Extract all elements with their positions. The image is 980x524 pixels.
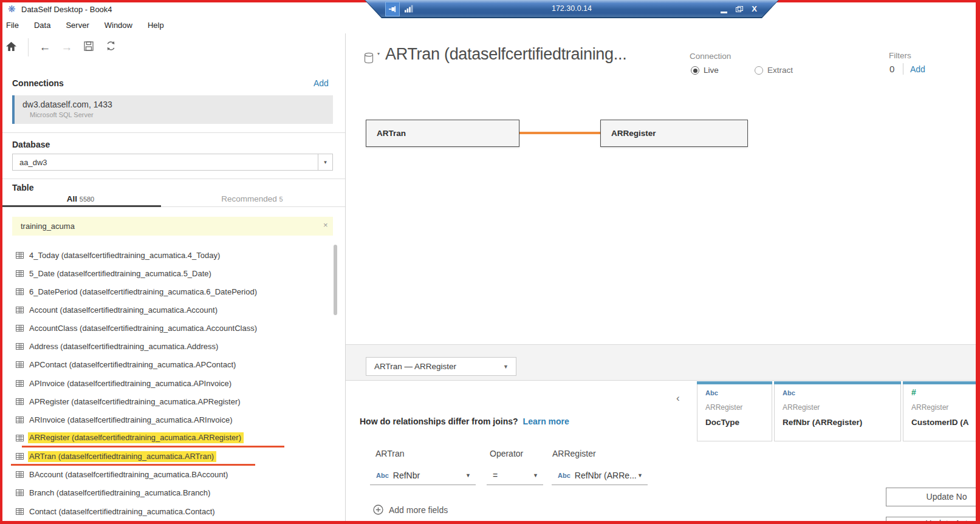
menu-window[interactable]: Window	[105, 21, 132, 30]
table-grid-icon	[16, 252, 24, 259]
refresh-button[interactable]	[100, 36, 122, 59]
add-more-fields-button[interactable]: Add more fields	[373, 505, 448, 515]
chevron-down-icon[interactable]: ▾	[377, 51, 380, 56]
learn-more-link[interactable]: Learn more	[523, 417, 569, 426]
table-list-item[interactable]: AccountClass (dataselfcertifiedtraining_…	[0, 319, 333, 338]
update-now-button[interactable]: Update No	[886, 488, 980, 506]
toolbar-divider	[28, 38, 29, 56]
left-field-select[interactable]: Abc RefNbr ▼	[370, 466, 476, 485]
connection-server: dw3.dataself.com, 1433	[22, 100, 112, 109]
table-list-item[interactable]: ARInvoice (dataselfcertifiedtraining_acu…	[0, 410, 333, 429]
datasource-cylinder-icon[interactable]	[364, 52, 375, 66]
menu-server[interactable]: Server	[66, 21, 89, 30]
database-select[interactable]: aa_dw3 ▾	[12, 154, 333, 171]
rdp-restore-button[interactable]	[736, 6, 743, 12]
table-list-item[interactable]: 6_DatePeriod (dataselfcertifiedtraining_…	[0, 282, 333, 301]
live-radio-label[interactable]: Live	[704, 66, 719, 75]
table-grid-icon	[16, 325, 24, 332]
relationship-select[interactable]: ARTran — ARRegister ▼	[366, 357, 516, 376]
filters-divider	[903, 63, 903, 75]
table-list-item[interactable]: Contact (dataselfcertifiedtraining_acuma…	[0, 502, 333, 520]
field-type-abc-icon: Abc	[705, 389, 718, 396]
table-list: 4_Today (dataselfcertifiedtraining_acuma…	[0, 246, 333, 520]
connection-label: Connection	[690, 52, 731, 61]
relationship-band: ARTran — ARRegister ▼	[346, 344, 980, 381]
back-arrow-icon: ←	[39, 41, 51, 53]
tab-recommended[interactable]: Recommended 5	[161, 194, 343, 206]
relationship-select-value: ARTran — ARRegister	[374, 362, 503, 371]
table-list-item[interactable]: APRegister (dataselfcertifiedtraining_ac…	[0, 392, 333, 410]
grid-column-field: DocType	[705, 418, 769, 427]
home-button[interactable]	[0, 36, 22, 59]
window-title: DataSelf Desktop - Book4	[21, 5, 112, 14]
grid-column-header-doctype[interactable]: Abc ARRegister DocType	[697, 381, 772, 441]
tab-all-label: All	[67, 194, 77, 203]
table-grid-icon	[16, 489, 24, 496]
chevron-down-icon: ▼	[533, 472, 538, 478]
table-list-item[interactable]: Address (dataselfcertifiedtraining_acuma…	[0, 338, 333, 356]
add-connection-link[interactable]: Add	[314, 78, 329, 88]
table-list-item[interactable]: 5_Date (dataselfcertifiedtraining_acumat…	[0, 264, 333, 282]
home-icon	[6, 42, 16, 51]
tab-recommended-label: Recommended	[221, 194, 277, 203]
rdp-minimize-button[interactable]	[721, 12, 727, 13]
grid-column-header-refnbr[interactable]: Abc ARRegister RefNbr (ARRegister)	[774, 381, 901, 441]
table-grid-icon	[16, 361, 24, 368]
right-table-column-label: ARRegister	[552, 449, 596, 458]
chevron-down-icon: ▼	[465, 472, 471, 478]
rdp-connection-bar: 172.30.0.14 X	[365, 0, 779, 18]
left-table-column-label: ARTran	[375, 449, 404, 458]
table-list-item[interactable]: APContact (dataselfcertifiedtraining_acu…	[0, 356, 333, 374]
menu-help[interactable]: Help	[148, 21, 164, 30]
table-list-item[interactable]: Account (dataselfcertifiedtraining_acuma…	[0, 301, 333, 319]
canvas-table-artran[interactable]: ARTran	[366, 120, 519, 147]
table-list-item[interactable]: APInvoice (dataselfcertifiedtraining_acu…	[0, 374, 333, 392]
tab-all-count: 5580	[80, 196, 94, 203]
table-list-item-artran-highlighted[interactable]: ARTran (dataselfcertifiedtraining_acumat…	[0, 447, 333, 466]
right-field-select[interactable]: Abc RefNbr (ARRe... ▼	[552, 466, 648, 485]
tab-recommended-count: 5	[279, 196, 283, 203]
add-filter-link[interactable]: Add	[910, 64, 925, 74]
field-type-abc-icon: Abc	[376, 472, 389, 479]
connection-type: Microsoft SQL Server	[30, 111, 94, 118]
grid-column-table: ARRegister	[783, 403, 820, 412]
left-field-value: RefNbr	[393, 471, 465, 480]
menu-bar: File Data Server Window Help	[6, 21, 164, 30]
table-list-item[interactable]: 4_Today (dataselfcertifiedtraining_acuma…	[0, 246, 333, 264]
back-button[interactable]: ←	[34, 36, 56, 59]
operator-select[interactable]: = ▼	[487, 466, 543, 485]
grid-column-header-customerid[interactable]: # ARRegister CustomerID (A	[903, 381, 980, 441]
grid-column-field: CustomerID (A	[911, 418, 977, 427]
chevron-down-icon: ▼	[637, 472, 643, 478]
table-search-input[interactable]	[12, 217, 333, 236]
extract-radio[interactable]	[755, 66, 763, 75]
table-list-item[interactable]: BAccount (dataselfcertifiedtraining_acum…	[0, 466, 333, 484]
extract-radio-label[interactable]: Extract	[767, 66, 793, 75]
update-automatically-button[interactable]: Update Aut	[886, 517, 980, 524]
table-grid-icon	[16, 471, 24, 478]
menu-file[interactable]: File	[6, 21, 19, 30]
connection-card[interactable]: dw3.dataself.com, 1433 Microsoft SQL Ser…	[12, 95, 333, 124]
menu-data[interactable]: Data	[34, 21, 50, 30]
tab-all[interactable]: All 5580	[0, 194, 161, 206]
table-grid-icon	[16, 307, 24, 313]
table-grid-icon	[16, 398, 24, 405]
canvas-table-arregister[interactable]: ARRegister	[600, 120, 748, 147]
relationship-connector-line[interactable]	[519, 132, 601, 134]
database-selected-value: aa_dw3	[19, 158, 47, 167]
plus-circle-icon	[373, 505, 383, 515]
clear-search-icon[interactable]: ×	[323, 220, 328, 230]
active-tab-indicator	[2, 205, 161, 207]
toolbar: ← →	[0, 35, 122, 60]
field-type-abc-icon: Abc	[558, 472, 571, 479]
save-button[interactable]	[78, 36, 100, 59]
forward-button[interactable]: →	[56, 36, 78, 59]
table-list-scrollbar[interactable]	[334, 245, 337, 315]
table-list-item[interactable]: Branch (dataselfcertifiedtraining_acumat…	[0, 484, 333, 502]
table-list-item-arregister-highlighted[interactable]: ARRegister (dataselfcertifiedtraining_ac…	[0, 429, 333, 447]
rdp-close-button[interactable]: X	[752, 3, 757, 15]
live-radio[interactable]	[691, 66, 699, 75]
relationships-question: How do relationships differ from joins?L…	[360, 417, 569, 426]
chevron-down-icon[interactable]: ▾	[318, 154, 332, 170]
collapse-panel-chevron-icon[interactable]: ‹	[676, 392, 680, 404]
